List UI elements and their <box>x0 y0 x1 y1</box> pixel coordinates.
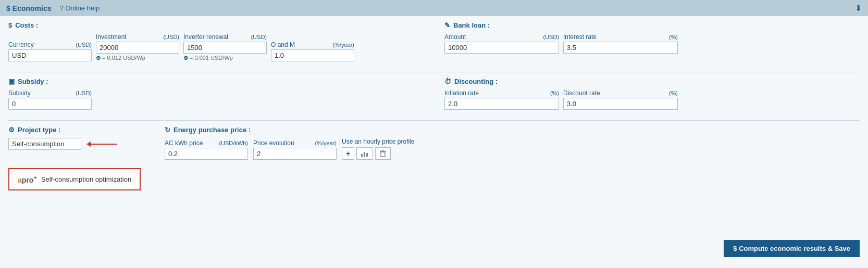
bar-chart-icon <box>361 150 369 157</box>
bank-loan-icon: ✎ <box>444 21 450 29</box>
project-type-icon: ⚙ <box>8 126 15 134</box>
discount-rate-field-group: Discount rate (%) <box>563 90 678 110</box>
investment-input[interactable] <box>96 42 179 54</box>
subsidy-icon: ▣ <box>8 78 15 85</box>
energy-purchase-icon: ↻ <box>165 126 170 134</box>
bank-loan-section: ✎ Bank loan : Amount (USD) Interest rate <box>444 21 860 67</box>
svg-rect-0 <box>361 154 363 157</box>
costs-fields-row: Currency (USD) Investment (USD) ⊕ = 0.01… <box>8 33 424 61</box>
subsidy-label: Subsidy (USD) <box>8 90 92 97</box>
download-icon[interactable]: ⬇ <box>855 3 862 13</box>
amount-field-group: Amount (USD) <box>444 33 559 54</box>
discount-rate-label: Discount rate (%) <box>563 90 678 97</box>
add-hourly-profile-button[interactable]: + <box>342 147 354 160</box>
discounting-fields-row: Inflation rate (%) Discount rate (%) <box>444 90 860 110</box>
interest-rate-field-group: Interest rate (%) <box>563 33 678 54</box>
trash-icon <box>379 150 387 157</box>
subsidy-fields-row: Subsidy (USD) <box>8 90 424 110</box>
subsidy-field-group: Subsidy (USD) <box>8 90 92 110</box>
page-title: $ Economics <box>6 4 52 12</box>
inverter-hint: ⊕ = 0.001 USD/Wp <box>183 55 267 61</box>
red-arrow-indicator <box>86 142 117 147</box>
discounting-section: ⏱ Discounting : Inflation rate (%) Disco… <box>444 78 860 115</box>
costs-header: $ Costs : <box>8 21 424 29</box>
inflation-rate-field-group: Inflation rate (%) <box>444 90 559 110</box>
price-evolution-input[interactable] <box>253 148 337 160</box>
delete-hourly-profile-button[interactable] <box>375 147 391 160</box>
compute-button[interactable]: $ Compute economic results & Save <box>724 240 860 257</box>
investment-field-group: Investment (USD) ⊕ = 0.012 USD/Wp <box>96 33 179 61</box>
svg-rect-5 <box>382 150 384 151</box>
svg-rect-1 <box>364 152 365 157</box>
subsidy-input[interactable] <box>8 98 92 110</box>
amount-input[interactable] <box>444 42 559 54</box>
ac-kwh-price-input[interactable] <box>165 148 248 160</box>
ac-kwh-price-field-group: AC kWh price (USD/kWh) <box>165 139 248 160</box>
costs-section: $ Costs : Currency (USD) Investment (USD… <box>8 21 424 67</box>
svg-rect-3 <box>381 152 385 157</box>
discounting-header: ⏱ Discounting : <box>444 78 860 85</box>
energy-purchase-header: ↻ Energy purchase price : <box>165 126 860 134</box>
inverter-renewal-field-group: Inverter renewal (USD) ⊕ = 0.001 USD/Wp <box>183 33 267 61</box>
apro-box: apro+ Self-consumption optimization <box>8 168 141 190</box>
bank-loan-header: ✎ Bank loan : <box>444 21 860 29</box>
interest-rate-label: Interest rate (%) <box>563 33 678 41</box>
online-help-link[interactable]: ? Online help <box>60 4 100 12</box>
currency-field-group: Currency (USD) <box>8 41 92 61</box>
investment-label: Investment (USD) <box>96 33 179 41</box>
discounting-icon: ⏱ <box>444 78 451 85</box>
subsidy-section: ▣ Subsidy : Subsidy (USD) <box>8 78 424 115</box>
hourly-profile-buttons: + <box>342 147 414 160</box>
o-and-m-label: O and M (%/year) <box>271 41 354 48</box>
hourly-price-profile-label: Use an hourly price profile <box>342 138 414 145</box>
energy-fields-row: AC kWh price (USD/kWh) Price evolution (… <box>165 138 860 160</box>
apro-description: Self-consumption optimization <box>41 175 131 183</box>
svg-rect-2 <box>366 153 368 157</box>
project-type-select[interactable]: Self-consumption <box>8 138 81 150</box>
currency-input[interactable] <box>8 49 92 61</box>
discount-rate-input[interactable] <box>563 98 678 110</box>
o-and-m-input[interactable] <box>271 49 354 61</box>
subsidy-header: ▣ Subsidy : <box>8 78 424 85</box>
inverter-renewal-label: Inverter renewal (USD) <box>183 33 267 41</box>
costs-icon: $ <box>8 21 12 29</box>
chart-hourly-profile-button[interactable] <box>356 147 373 160</box>
inflation-rate-input[interactable] <box>444 98 559 110</box>
top-bar: $ Economics ? Online help ⬇ <box>0 0 868 16</box>
inverter-renewal-input[interactable] <box>183 42 267 54</box>
project-type-section: ⚙ Project type : Self-consumption <box>8 126 154 160</box>
main-content: $ Costs : Currency (USD) Investment (USD… <box>0 16 868 265</box>
price-evolution-label: Price evolution (%/year) <box>253 139 337 147</box>
apro-box-container: apro+ Self-consumption optimization <box>8 165 860 190</box>
bank-loan-fields-row: Amount (USD) Interest rate (%) <box>444 33 860 54</box>
investment-hint: ⊕ = 0.012 USD/Wp <box>96 55 179 61</box>
apro-label: apro+ <box>18 174 37 184</box>
currency-label: Currency (USD) <box>8 41 92 48</box>
amount-label: Amount (USD) <box>444 33 559 41</box>
ac-kwh-price-label: AC kWh price (USD/kWh) <box>165 139 248 147</box>
inflation-rate-label: Inflation rate (%) <box>444 90 559 97</box>
price-evolution-field-group: Price evolution (%/year) <box>253 139 337 160</box>
project-type-control: Self-consumption <box>8 138 154 150</box>
o-and-m-field-group: O and M (%/year) <box>271 41 354 61</box>
dollar-icon: $ <box>6 4 10 12</box>
energy-purchase-section: ↻ Energy purchase price : AC kWh price (… <box>165 126 860 160</box>
hourly-price-profile-group: Use an hourly price profile + <box>342 138 414 160</box>
interest-rate-input[interactable] <box>563 42 678 54</box>
project-type-header: ⚙ Project type : <box>8 126 154 134</box>
